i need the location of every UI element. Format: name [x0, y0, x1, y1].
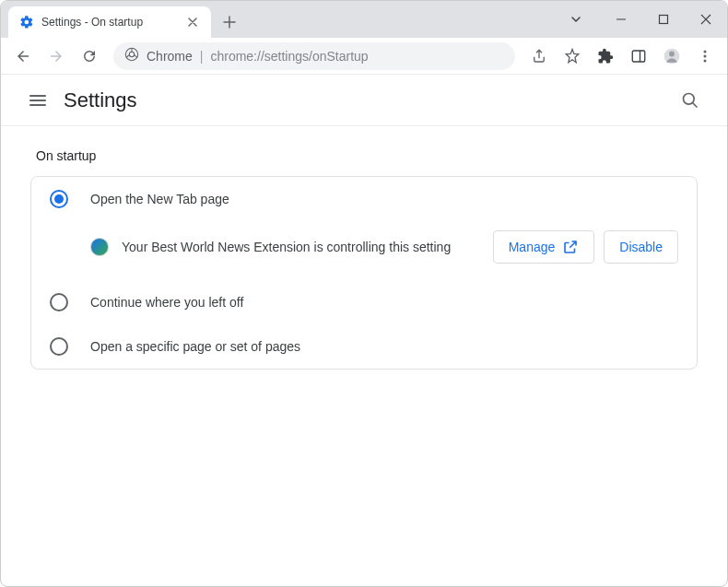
settings-content: On startup Open the New Tab page Your Be… — [1, 126, 727, 392]
radio-unselected[interactable] — [50, 337, 68, 356]
svg-point-9 — [684, 93, 695, 104]
svg-rect-3 — [632, 51, 645, 62]
menu-icon[interactable] — [690, 41, 720, 71]
browser-tab[interactable]: Settings - On startup — [8, 6, 211, 38]
extension-actions: Manage Disable — [493, 230, 678, 264]
profile-icon[interactable] — [657, 41, 687, 71]
option-specific-pages[interactable]: Open a specific page or set of pages — [31, 324, 697, 369]
address-bar[interactable]: Chrome | chrome://settings/onStartup — [113, 42, 515, 70]
external-link-icon — [562, 239, 579, 255]
close-tab-button[interactable] — [185, 15, 200, 29]
svg-point-5 — [669, 51, 675, 56]
option-label: Open a specific page or set of pages — [90, 339, 300, 354]
section-title: On startup — [36, 148, 698, 163]
new-tab-button[interactable] — [217, 9, 242, 35]
startup-options-card: Open the New Tab page Your Best World Ne… — [30, 176, 698, 370]
forward-button[interactable] — [41, 41, 71, 71]
page-title: Settings — [64, 88, 137, 112]
gear-icon — [19, 15, 34, 29]
manage-button[interactable]: Manage — [493, 230, 595, 264]
extension-notice: Your Best World News Extension is contro… — [31, 221, 697, 280]
extensions-icon[interactable] — [591, 41, 620, 71]
share-icon[interactable] — [524, 41, 554, 71]
window-titlebar: Settings - On startup — [1, 1, 727, 38]
extension-notice-text: Your Best World News Extension is contro… — [122, 240, 480, 254]
svg-point-7 — [704, 54, 707, 57]
extension-icon — [90, 238, 109, 256]
close-window-button[interactable] — [685, 1, 727, 38]
omnibox-scheme: Chrome — [147, 49, 193, 64]
manage-label: Manage — [509, 240, 556, 254]
minimize-button[interactable] — [600, 1, 642, 38]
bookmark-icon[interactable] — [558, 41, 587, 71]
radio-unselected[interactable] — [50, 293, 68, 311]
svg-point-8 — [704, 59, 707, 62]
search-button[interactable] — [672, 82, 709, 119]
disable-button[interactable]: Disable — [604, 230, 678, 264]
side-panel-icon[interactable] — [624, 41, 653, 71]
back-button[interactable] — [8, 41, 38, 71]
option-label: Open the New Tab page — [90, 192, 229, 206]
svg-rect-0 — [660, 16, 668, 24]
menu-button[interactable] — [19, 82, 56, 119]
option-open-new-tab[interactable]: Open the New Tab page — [31, 177, 697, 221]
omnibox-url: chrome://settings/onStartup — [210, 49, 368, 64]
omnibox-separator: | — [200, 49, 204, 64]
svg-point-6 — [704, 50, 707, 53]
svg-point-2 — [129, 52, 134, 56]
window-controls — [561, 1, 727, 38]
settings-header: Settings — [1, 75, 727, 126]
chrome-icon — [124, 47, 139, 65]
tab-title: Settings - On startup — [41, 16, 178, 29]
disable-label: Disable — [619, 240, 663, 254]
option-continue[interactable]: Continue where you left off — [31, 280, 697, 324]
radio-selected[interactable] — [50, 190, 68, 208]
maximize-button[interactable] — [642, 1, 685, 38]
browser-toolbar: Chrome | chrome://settings/onStartup — [1, 38, 727, 75]
chevron-down-icon[interactable] — [561, 1, 591, 38]
reload-button[interactable] — [75, 41, 104, 71]
option-label: Continue where you left off — [90, 295, 243, 310]
